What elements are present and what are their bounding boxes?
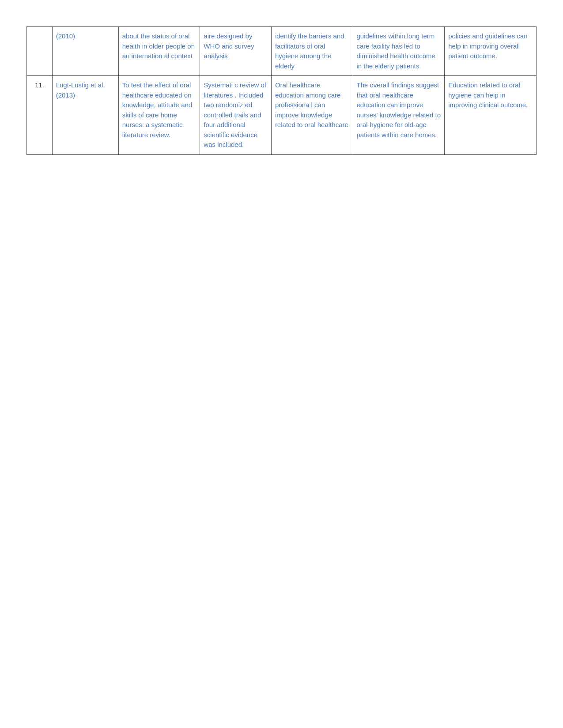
cell-1-5: Education related to oral hygiene can he… xyxy=(445,76,537,155)
cell-1-1: To test the effect of oral healthcare ed… xyxy=(118,76,200,155)
table-row: 11.Lugt-Lustig et al. (2013)To test the … xyxy=(27,76,537,155)
cell-0-1: about the status of oral health in older… xyxy=(118,27,200,76)
cell-0-0: (2010) xyxy=(52,27,118,76)
cell-1-3: Oral healthcare education among care pro… xyxy=(271,76,353,155)
cell-0-5: policies and guidelines can help in impr… xyxy=(445,27,537,76)
table-wrapper: (2010)about the status of oral health in… xyxy=(26,26,537,155)
cell-0-3: identify the barriers and facilitators o… xyxy=(271,27,353,76)
cell-1-0: Lugt-Lustig et al. (2013) xyxy=(52,76,118,155)
table-row: (2010)about the status of oral health in… xyxy=(27,27,537,76)
row-number: 11. xyxy=(27,76,53,155)
cell-0-2: aire designed by WHO and survey analysis xyxy=(200,27,272,76)
cell-1-2: Systemati c review of literatures . Incl… xyxy=(200,76,272,155)
cell-0-4: guidelines within long term care facilit… xyxy=(353,27,445,76)
row-number xyxy=(27,27,53,76)
main-table: (2010)about the status of oral health in… xyxy=(26,26,537,155)
cell-1-4: The overall findings suggest that oral h… xyxy=(353,76,445,155)
